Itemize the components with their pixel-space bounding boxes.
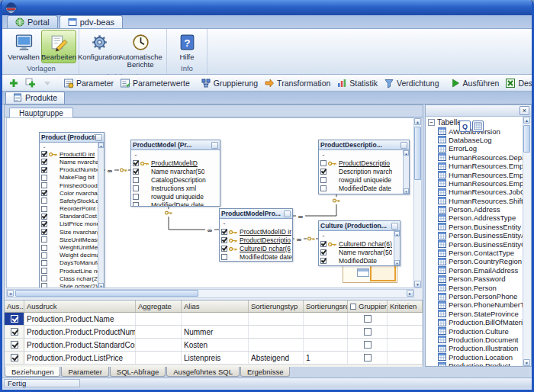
- bottom-tab-beziehungen[interactable]: Beziehungen: [5, 367, 60, 377]
- grid-cell[interactable]: [136, 326, 182, 338]
- close-icon[interactable]: [520, 106, 529, 115]
- group-cell[interactable]: [348, 352, 388, 364]
- column-row[interactable]: ProductModelID: [131, 159, 220, 167]
- row-select-cell[interactable]: [5, 326, 24, 338]
- tree-item-person-personphone[interactable]: Person.PersonPhone: [426, 292, 523, 300]
- diagram-hscrollbar[interactable]: [6, 289, 414, 298]
- grid-cell[interactable]: Production.Product.StandardCost: [24, 339, 136, 351]
- grid-cell[interactable]: [304, 339, 348, 351]
- scroll-up-icon[interactable]: [394, 231, 400, 236]
- column-row[interactable]: rowguid uniqueide: [319, 175, 403, 184]
- toolbar-button-gruppierung[interactable]: Gruppierung: [198, 77, 261, 89]
- tree-item-person-phonenumbertype[interactable]: Person.PhoneNumberType: [426, 300, 523, 309]
- table-properties-button[interactable]: [95, 134, 102, 141]
- grid-cell[interactable]: [136, 313, 182, 325]
- tree-item-person-stateprovince[interactable]: Person.StateProvince: [426, 310, 523, 318]
- tree-item-production-product[interactable]: Production.Product: [426, 361, 523, 366]
- tree-item-person-addresstype[interactable]: Person.AddressType: [426, 214, 523, 222]
- diagram-table-product[interactable]: Product (Productio...ProductID intName n…: [39, 132, 105, 288]
- column-checkbox[interactable]: [41, 221, 47, 227]
- table-title-bar[interactable]: ProductModel (Pr...: [131, 140, 220, 150]
- bottom-tab-sql-abfrage[interactable]: SQL-Abfrage: [110, 367, 166, 377]
- column-row[interactable]: ReorderPoint smal: [40, 205, 98, 213]
- column-row[interactable]: Description nvarch: [319, 167, 403, 175]
- title-bar[interactable]: [2, 0, 532, 15]
- column-row[interactable]: ProductNumber n: [40, 166, 98, 174]
- scroll-right-icon[interactable]: [407, 290, 413, 297]
- column-row[interactable]: ProductLine ncha: [40, 267, 98, 275]
- grid-cell[interactable]: [304, 313, 348, 325]
- column-row[interactable]: DaysToManufactu: [40, 259, 98, 267]
- tree-item-person-emailaddress[interactable]: Person.EmailAddress: [426, 266, 523, 275]
- scroll-down-icon[interactable]: [414, 281, 421, 288]
- column-checkbox[interactable]: [320, 177, 327, 183]
- grid-cell[interactable]: [304, 326, 348, 338]
- ribbon-button-verwalten[interactable]: Verwalten: [6, 30, 41, 63]
- tree-item-person-businessentityaddress[interactable]: Person.BusinessEntityAddress: [426, 231, 523, 239]
- tree-item-person-businessentitycontact[interactable]: Person.BusinessEntityContact: [426, 239, 523, 248]
- output-checkbox[interactable]: [11, 341, 18, 349]
- criteria-cell[interactable]: [388, 339, 423, 351]
- collapse-icon[interactable]: [428, 119, 435, 126]
- tab-produkte[interactable]: Produkte: [5, 92, 65, 104]
- diagram-table-productdescription[interactable]: ProductDescriptio...ProductDescriptioDes…: [318, 140, 410, 194]
- tree-item-production-billofmaterials[interactable]: Production.BillOfMaterials: [426, 318, 523, 326]
- column-row[interactable]: CatalogDescription: [131, 175, 220, 184]
- grid-row[interactable]: Production.Product.ListPriceListenpreisA…: [5, 352, 423, 365]
- tree-scrollbar[interactable]: [523, 117, 531, 366]
- tree-item-humanresources-employeed[interactable]: HumanResources.EmployeeD: [426, 170, 523, 178]
- scroll-down-icon[interactable]: [98, 283, 104, 288]
- group-checkbox[interactable]: [364, 328, 372, 336]
- column-checkbox[interactable]: [41, 159, 47, 165]
- grid-cell[interactable]: Absteigend: [249, 352, 304, 364]
- tree-item-errorlog[interactable]: ErrorLog: [426, 144, 523, 153]
- grid-cell[interactable]: [136, 352, 182, 364]
- table-properties-button[interactable]: [284, 210, 291, 217]
- column-row[interactable]: CultureID nchar(6: [220, 244, 292, 252]
- tree-item-person-address[interactable]: Person.Address: [426, 205, 523, 214]
- app-tab-portal[interactable]: Portal: [7, 15, 58, 28]
- table-title-bar[interactable]: Product (Productio...: [40, 133, 104, 143]
- grid-cell[interactable]: [249, 313, 304, 325]
- tree-item-person-contacttype[interactable]: Person.ContactType: [426, 249, 523, 257]
- grid-cell[interactable]: [182, 313, 249, 325]
- toolbar-button-transformation[interactable]: Transformation: [261, 77, 333, 89]
- grid-cell[interactable]: Production.Product.ProductNum...: [24, 326, 136, 338]
- column-checkbox[interactable]: [41, 229, 47, 235]
- grid-cell[interactable]: [249, 326, 304, 338]
- column-row[interactable]: Size nvarchar(5): [40, 228, 98, 236]
- toolbar-button-statistik[interactable]: Statistik: [333, 77, 381, 89]
- column-row[interactable]: ModifiedDate date: [220, 252, 292, 261]
- criteria-cell[interactable]: [388, 326, 423, 338]
- column-row[interactable]: Name nvarchar(50: [319, 248, 394, 256]
- column-checkbox[interactable]: [41, 260, 47, 266]
- grid-cell[interactable]: Production.Product.Name: [24, 313, 136, 325]
- diagram-table-productmodel[interactable]: ProductModel (Pr...ProductModelIDName nv…: [130, 140, 220, 207]
- grid-cell[interactable]: [249, 339, 304, 351]
- column-row[interactable]: CultureID nchar(6): [319, 239, 394, 248]
- scroll-down-icon[interactable]: [394, 260, 400, 265]
- column-row[interactable]: [40, 143, 98, 150]
- tree-item-production-document[interactable]: Production.Document: [426, 336, 523, 344]
- column-checkbox[interactable]: [320, 258, 327, 264]
- column-checkbox[interactable]: [221, 254, 227, 260]
- table-scrollbar[interactable]: [98, 143, 104, 288]
- column-checkbox[interactable]: [320, 249, 327, 255]
- table-scrollbar[interactable]: [403, 150, 409, 194]
- group-checkbox[interactable]: [364, 341, 372, 349]
- grid-cell[interactable]: Listenpreis: [182, 352, 249, 364]
- ribbon-button-hilfe[interactable]: ?Hilfe: [169, 30, 204, 63]
- table-scrollbar[interactable]: [394, 231, 400, 265]
- column-checkbox[interactable]: [41, 214, 47, 220]
- column-row[interactable]: Weight decimal(8: [40, 252, 98, 259]
- column-checkbox[interactable]: [320, 241, 327, 247]
- grid-cell[interactable]: [136, 339, 182, 351]
- column-checkbox[interactable]: [133, 202, 139, 207]
- scroll-left-icon[interactable]: [7, 290, 14, 297]
- table-properties-button[interactable]: [211, 142, 218, 149]
- column-row[interactable]: SizeUnitMeasureC: [40, 236, 98, 243]
- tree-item-humanresources-employee[interactable]: HumanResources.Employee: [426, 162, 523, 170]
- output-checkbox[interactable]: [11, 328, 18, 336]
- grid-header-sortierungsrei[interactable]: Sortierungsrei...: [304, 300, 348, 312]
- toolbar-button-verdichtung[interactable]: Verdichtung: [381, 77, 442, 89]
